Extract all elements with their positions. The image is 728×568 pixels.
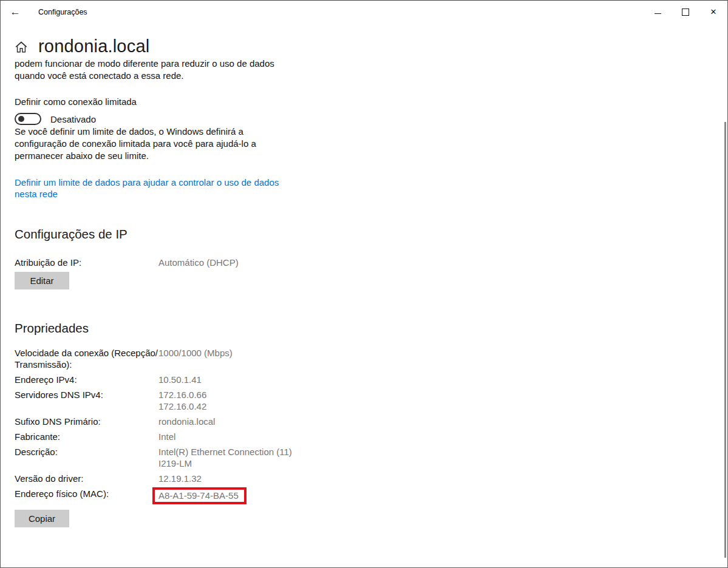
property-row: Velocidade da conexão (Recepção/​Transmi… [15, 347, 727, 370]
property-row: Fabricante:Intel [15, 431, 727, 442]
property-label: Endereço físico (MAC): [15, 488, 158, 505]
back-button[interactable]: ← [1, 1, 30, 23]
property-row: Endereço IPv4:10.50.1.41 [15, 374, 727, 385]
titlebar: ← Configurações ✕ [1, 1, 727, 23]
edit-ip-button[interactable]: Editar [15, 272, 69, 289]
property-value: 172.16.0.66172.16.0.42 [158, 389, 727, 412]
property-label: Versão do driver: [15, 473, 158, 484]
property-value: Intel [158, 431, 727, 442]
property-value: rondonia.local [158, 416, 727, 427]
property-value: A8-A1-59-74-BA-55 [158, 488, 727, 505]
property-row: Versão do driver:12.19.1.32 [15, 473, 727, 484]
close-icon: ✕ [710, 8, 717, 16]
set-data-limit-link[interactable]: Definir um limite de dados para ajudar a… [15, 177, 301, 200]
properties-list: Velocidade da conexão (Recepção/​Transmi… [15, 347, 727, 505]
metered-toggle[interactable] [15, 113, 41, 125]
titlebar-spacer [87, 1, 644, 23]
minimize-button[interactable] [644, 1, 672, 23]
property-row: Servidores DNS IPv4:172.16.0.66172.16.0.… [15, 389, 727, 412]
mac-address-highlight: A8-A1-59-74-BA-55 [152, 487, 247, 504]
property-label: Descrição: [15, 446, 158, 469]
property-label: Sufixo DNS Primário: [15, 416, 158, 427]
metered-toggle-row: Desativado [15, 112, 727, 126]
toggle-knob [18, 116, 24, 122]
back-arrow-icon: ← [10, 6, 21, 18]
ip-assignment-label: Atribuição de IP: [15, 257, 158, 268]
metered-intro-text: podem funcionar de modo diferente para r… [15, 58, 289, 82]
maximize-icon [682, 8, 689, 16]
window-title: Configurações [30, 1, 87, 23]
property-row: Descrição:Intel(R) Ethernet Connection (… [15, 446, 727, 469]
property-label: Fabricante: [15, 431, 158, 442]
page-header: rondonia.local [15, 35, 727, 58]
properties-heading: Propriedades [15, 321, 727, 336]
page-title: rondonia.local [38, 36, 149, 56]
settings-window: ← Configurações ✕ rondonia.local podem f… [0, 0, 728, 568]
ip-settings-heading: Configurações de IP [15, 227, 727, 242]
property-label: Servidores DNS IPv4: [15, 389, 158, 412]
data-limit-description: Se você definir um limite de dados, o Wi… [15, 126, 294, 162]
metered-connection-label: Definir como conexão limitada [15, 96, 727, 107]
copy-mac-button[interactable]: Copiar [15, 510, 69, 527]
window-controls: ✕ [644, 1, 727, 23]
maximize-button[interactable] [672, 1, 699, 23]
minimize-icon [655, 13, 661, 14]
ip-assignment-row: Atribuição de IP: Automático (DHCP) [15, 257, 727, 268]
property-value: 1000/1000 (Mbps) [158, 347, 727, 370]
toggle-state-label: Desativado [50, 114, 96, 124]
property-row: Endereço físico (MAC):A8-A1-59-74-BA-55 [15, 488, 727, 505]
settings-content: rondonia.local podem funcionar de modo d… [1, 35, 727, 527]
property-label: Velocidade da conexão (Recepção/​Transmi… [15, 347, 158, 370]
property-value: Intel(R) Ethernet Connection (11)I219-LM [158, 446, 727, 469]
ip-assignment-value: Automático (DHCP) [158, 257, 727, 268]
property-row: Sufixo DNS Primário:rondonia.local [15, 416, 727, 427]
property-value: 10.50.1.41 [158, 374, 727, 385]
property-label: Endereço IPv4: [15, 374, 158, 385]
property-value: 12.19.1.32 [158, 473, 727, 484]
close-button[interactable]: ✕ [699, 1, 727, 23]
vertical-scrollbar-thumb[interactable] [724, 122, 726, 558]
home-icon [15, 40, 28, 53]
